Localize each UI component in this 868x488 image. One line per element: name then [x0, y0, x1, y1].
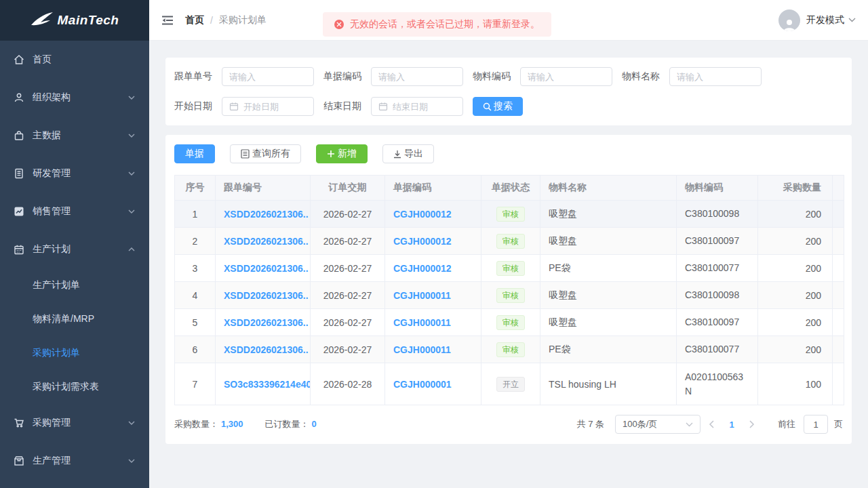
sidebar-item-2[interactable]: 主数据	[0, 117, 149, 155]
column-header-5: 物料名称	[540, 176, 677, 201]
calendar-icon	[229, 102, 239, 111]
status-cell: 审核	[481, 228, 540, 255]
table-row[interactable]: 2XSDD2026021306..2026-02-27CGJH000012审核吸…	[175, 228, 844, 255]
status-cell: 开立	[481, 363, 540, 405]
filter-input[interactable]	[378, 72, 456, 82]
page-number-1[interactable]: 1	[722, 420, 741, 430]
sidebar-item-label: 采购管理	[33, 417, 127, 429]
sidebar-item-5[interactable]: 生产计划	[0, 230, 149, 268]
spacer-cell	[833, 363, 844, 405]
status-badge: 审核	[496, 315, 525, 330]
goto-label: 前往	[778, 418, 795, 430]
doc-no-link[interactable]: CGJH000012	[393, 209, 452, 220]
sidebar-item-3[interactable]: 研发管理	[0, 155, 149, 192]
filter-input[interactable]	[243, 102, 307, 112]
box-icon	[14, 455, 24, 466]
filter-field-row1-1: 单据编码	[323, 67, 463, 86]
order-no-link[interactable]: XSDD2026021306..	[224, 344, 309, 355]
doc-no-link[interactable]: CGJH000011	[393, 290, 451, 301]
user-menu[interactable]: 开发模式	[778, 9, 856, 31]
error-circle-icon	[334, 20, 344, 29]
doc-no-link[interactable]: CGJH000011	[393, 344, 451, 355]
doc-no-link[interactable]: CGJH000012	[393, 236, 452, 247]
session-error-alert: 无效的会话，或者会话已过期，请重新登录。	[323, 12, 551, 37]
status-badge: 审核	[496, 288, 525, 303]
goto-page-input[interactable]	[804, 415, 828, 434]
status-badge: 审核	[496, 234, 525, 249]
filter-input-box	[222, 97, 314, 116]
sidebar-subitem-5-0[interactable]: 生产计划单	[0, 268, 149, 302]
home-icon	[14, 54, 24, 65]
next-page-icon[interactable]	[743, 415, 762, 434]
sidebar-item-0[interactable]: 首页	[0, 41, 149, 79]
order-no-link[interactable]: XSDD2026021306..	[224, 236, 309, 247]
order-no-link[interactable]: XSDD2026021306..	[224, 209, 309, 220]
table-row[interactable]: 4XSDD2026021306..2026-02-27CGJH000011审核吸…	[175, 282, 844, 309]
document-icon	[14, 168, 24, 179]
purchase-plan-table: 序号跟单编号订单交期单据编码单据状态物料名称物料编码采购数量1XSDD20260…	[174, 175, 844, 405]
doc-no-link[interactable]: CGJH000012	[393, 263, 452, 274]
due-date-cell: 2026-02-27	[311, 201, 385, 228]
query-all-button[interactable]: 查询所有	[230, 144, 301, 163]
sidebar-item-7[interactable]: 生产管理	[0, 442, 149, 480]
doc-no-link[interactable]: CGJH000001	[393, 379, 452, 390]
sidebar-item-label: 生产计划	[33, 243, 127, 256]
order-no-link[interactable]: XSDD2026021306..	[224, 263, 309, 274]
brand-logo[interactable]: MainTech	[0, 0, 149, 41]
spacer-cell	[833, 336, 844, 363]
download-icon	[393, 150, 401, 159]
filter-label: 物料名称	[622, 70, 660, 83]
sidebar-item-4[interactable]: 销售管理	[0, 192, 149, 230]
order-no-link[interactable]: XSDD2026021306..	[224, 317, 309, 328]
due-date-cell: 2026-02-28	[311, 363, 385, 405]
column-header-0: 序号	[175, 176, 216, 201]
sidebar-item-6[interactable]: 采购管理	[0, 404, 149, 442]
order-no-link[interactable]: SO3c833396214e40	[224, 379, 311, 390]
table-row[interactable]: 1XSDD2026021306..2026-02-27CGJH000012审核吸…	[175, 201, 844, 228]
order-no-link[interactable]: XSDD2026021306..	[224, 290, 309, 301]
filter-field-row1-0: 跟单单号	[174, 67, 314, 86]
chevron-down-icon	[127, 169, 136, 178]
sidebar-subitem-5-3[interactable]: 采购计划需求表	[0, 370, 149, 404]
filter-input[interactable]	[393, 102, 456, 112]
due-date-cell: 2026-02-27	[311, 309, 385, 336]
filter-input[interactable]	[229, 72, 307, 82]
status-badge: 审核	[496, 261, 525, 276]
chevron-up-icon	[127, 245, 136, 253]
page-size-select[interactable]: 100条/页	[615, 415, 701, 434]
row-index: 6	[175, 336, 216, 363]
material-name-cell: 吸塑盘	[540, 282, 677, 309]
spacer-cell	[833, 282, 844, 309]
calendar-icon	[14, 244, 24, 255]
search-button[interactable]: 搜索	[473, 97, 523, 116]
sidebar-subitem-5-2[interactable]: 采购计划单	[0, 336, 149, 370]
add-button[interactable]: 新增	[316, 144, 368, 163]
sidebar-subitem-5-1[interactable]: 物料清单/MRP	[0, 302, 149, 336]
prev-page-icon[interactable]	[702, 415, 721, 434]
table-row[interactable]: 5XSDD2026021306..2026-02-27CGJH000011审核吸…	[175, 309, 844, 336]
order-no-cell: XSDD2026021306..	[216, 228, 311, 255]
filter-input-box	[222, 67, 314, 86]
status-badge: 开立	[496, 377, 525, 392]
export-button[interactable]: 导出	[382, 144, 434, 163]
summary-totals: 采购数量：1,300 已订数量：0	[174, 418, 317, 430]
breadcrumb-home[interactable]: 首页	[185, 14, 204, 26]
table-panel: 单据 查询所有 新增	[165, 135, 852, 444]
sidebar-item-1[interactable]: 组织架构	[0, 79, 149, 117]
cart-icon	[14, 418, 24, 428]
order-no-cell: XSDD2026021306..	[216, 336, 311, 363]
breadcrumb-separator: /	[210, 15, 213, 26]
collapse-sidebar-icon[interactable]	[161, 15, 174, 26]
status-cell: 审核	[481, 309, 540, 336]
chevron-down-icon	[848, 18, 856, 22]
doc-no-cell: CGJH000012	[385, 228, 481, 255]
danju-button[interactable]: 单据	[174, 144, 215, 163]
table-row[interactable]: 6XSDD2026021306..2026-02-27CGJH000011审核P…	[175, 336, 844, 363]
filter-input[interactable]	[677, 72, 754, 82]
filter-input[interactable]	[528, 72, 605, 82]
material-code-cell: A0201100563N	[677, 363, 758, 405]
doc-no-link[interactable]: CGJH000011	[393, 317, 451, 328]
table-row[interactable]: 7SO3c833396214e402026-02-28CGJH000001开立T…	[175, 363, 844, 405]
table-row[interactable]: 3XSDD2026021306..2026-02-27CGJH000012审核P…	[175, 255, 844, 282]
sidebar-item-label: 研发管理	[33, 167, 127, 180]
